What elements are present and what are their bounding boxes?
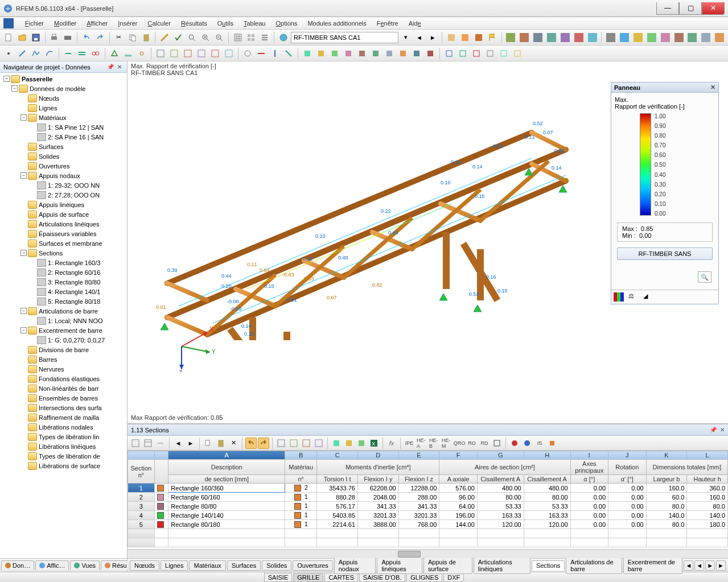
- tree-leaf[interactable]: 1: Rectangle 160/3: [1, 258, 127, 267]
- tb2-icon-s[interactable]: [410, 47, 423, 60]
- tree-leaf[interactable]: 3: Rectangle 80/80: [1, 277, 127, 287]
- tb2-icon-z[interactable]: [511, 47, 524, 60]
- mod-icon-8[interactable]: [604, 31, 617, 44]
- table-row[interactable]: 1Rectangle 160/360 235433.7662208.001228…: [128, 484, 728, 493]
- status-toggle[interactable]: DXF: [443, 573, 464, 582]
- member-set-icon[interactable]: [76, 47, 88, 60]
- tree-leaf[interactable]: Non-linéarités de barr: [1, 383, 127, 393]
- print-icon[interactable]: [48, 31, 61, 44]
- tree-leaf[interactable]: Types de libération de: [1, 451, 127, 461]
- check-icon[interactable]: [172, 31, 184, 44]
- sec-tb-section-5[interactable]: QRO: [454, 437, 465, 449]
- sec-tb-mat-3[interactable]: IS: [534, 437, 545, 449]
- data-tab[interactable]: Nœuds: [130, 560, 159, 571]
- tree-leaf[interactable]: Épaisseurs variables: [1, 229, 127, 238]
- data-tab[interactable]: Appuis linéiques: [377, 557, 422, 574]
- tree-leaf[interactable]: Surfaces et membrane: [1, 238, 127, 248]
- tb2-icon-a[interactable]: [154, 47, 167, 60]
- tree-leaf[interactable]: 2: SA Pine 16 | SAN: [1, 132, 127, 142]
- data-tab[interactable]: Ouvertures: [293, 560, 332, 571]
- redo-icon[interactable]: [94, 31, 106, 44]
- sec-tb-section-3[interactable]: HE-B: [429, 437, 440, 449]
- result-case-select[interactable]: [291, 32, 398, 43]
- menu-aide[interactable]: Aide: [404, 19, 426, 28]
- tree-leaf[interactable]: Libérations de surface: [1, 461, 127, 470]
- tb2-icon-j[interactable]: [282, 47, 295, 60]
- table-row[interactable]: 4Rectangle 140/140 15403.853201.333201.3…: [128, 511, 728, 520]
- mod-icon-13[interactable]: [673, 31, 685, 44]
- mod-icon-3[interactable]: [532, 31, 544, 44]
- mod-icon-7[interactable]: [586, 31, 599, 44]
- tab-nav-icon[interactable]: ►: [705, 560, 715, 571]
- sec-tb-delete[interactable]: ✕: [228, 437, 239, 449]
- sec-tb-fx-icon[interactable]: fx: [386, 437, 397, 449]
- line-tool-icon[interactable]: [16, 47, 28, 60]
- menu-inserer[interactable]: Insérer: [113, 19, 142, 28]
- mod-icon-1[interactable]: [505, 31, 517, 44]
- tb2-icon-w[interactable]: [470, 47, 483, 60]
- data-tab[interactable]: Surfaces: [227, 560, 261, 571]
- tree-leaf[interactable]: Fondations élastiques: [1, 374, 127, 383]
- polyline-tool-icon[interactable]: [30, 47, 42, 60]
- data-tab[interactable]: Excentrement de barre: [623, 557, 683, 574]
- save-icon[interactable]: [30, 31, 42, 44]
- tree-leaf[interactable]: 5: Rectangle 80/18: [1, 296, 127, 306]
- model-viewport[interactable]: Max. Rapport de vérification [-] RF-TIMB…: [127, 61, 728, 424]
- panel-zoom-icon[interactable]: 🔍: [698, 271, 711, 283]
- sec-tb-section-6[interactable]: RO: [466, 437, 478, 449]
- tb2-icon-v[interactable]: [456, 47, 469, 60]
- tree-folder[interactable]: −Données de modèle: [1, 84, 127, 93]
- tree-leaf[interactable]: Divisions de barre: [1, 345, 127, 354]
- mod-icon-2[interactable]: [518, 31, 530, 44]
- tree-leaf[interactable]: Lignes: [1, 103, 127, 113]
- navigator-tab[interactable]: Vues: [70, 560, 100, 570]
- prev-case-icon[interactable]: ◄: [413, 31, 425, 44]
- grid-icon[interactable]: [245, 31, 258, 44]
- data-tab[interactable]: Matériaux: [189, 560, 225, 571]
- tree-folder[interactable]: −Excentrement de barre: [1, 325, 127, 335]
- sec-tb-next[interactable]: ►: [185, 437, 196, 449]
- tb2-icon-n[interactable]: [342, 47, 355, 60]
- tb2-icon-h[interactable]: [255, 47, 268, 60]
- mod-icon-6[interactable]: [573, 31, 585, 44]
- mod-icon-12[interactable]: [659, 31, 672, 44]
- sec-tb-excel-icon[interactable]: X: [368, 437, 380, 449]
- sec-tb-prev[interactable]: ◄: [172, 437, 184, 449]
- panel-module-button[interactable]: RF-TIMBER SANS: [617, 247, 713, 260]
- sec-tb-c[interactable]: [301, 437, 312, 449]
- sections-hscroll[interactable]: [127, 549, 728, 558]
- tree-leaf[interactable]: Barres: [1, 354, 127, 364]
- sec-tb-redo[interactable]: [258, 437, 269, 449]
- tree-leaf[interactable]: Types de libération lin: [1, 432, 127, 441]
- tab-nav-icon[interactable]: ◄: [684, 560, 693, 571]
- sec-tb-undo[interactable]: [245, 437, 257, 449]
- search-icon[interactable]: [186, 31, 198, 44]
- support-icon[interactable]: [108, 47, 121, 60]
- sec-tb-section-8[interactable]: [491, 437, 503, 449]
- data-tab[interactable]: Sections: [532, 560, 565, 571]
- panel-tab-color-icon[interactable]: [614, 292, 624, 302]
- arc-tool-icon[interactable]: [43, 47, 56, 60]
- tb2-icon-t[interactable]: [424, 47, 437, 60]
- tree-leaf[interactable]: Libérations nodales: [1, 422, 127, 432]
- data-tab[interactable]: Appuis de surface: [423, 557, 472, 574]
- tree-leaf[interactable]: Appuis de surface: [1, 209, 127, 219]
- mod-icon-10[interactable]: [632, 31, 644, 44]
- tb2-icon-q[interactable]: [383, 47, 396, 60]
- sec-tb-a[interactable]: [275, 437, 287, 449]
- mod-icon-14[interactable]: [686, 31, 699, 44]
- coupling-icon[interactable]: [89, 47, 102, 60]
- navigator-tab[interactable]: Affic…: [35, 560, 69, 570]
- tree-leaf[interactable]: 1: SA Pine 12 | SAN: [1, 122, 127, 132]
- sec-tb-1[interactable]: [130, 437, 141, 449]
- menu-tableau[interactable]: Tableau: [239, 19, 270, 28]
- sec-tb-section-7[interactable]: RD: [479, 437, 490, 449]
- sec-tb-mat-4[interactable]: [546, 437, 558, 449]
- tree-leaf[interactable]: 4: Rectangle 140/1: [1, 287, 127, 296]
- point-tool-icon[interactable]: [2, 47, 15, 60]
- menu-resultats[interactable]: Résultats: [176, 19, 212, 28]
- sec-tb-paste[interactable]: [215, 437, 227, 449]
- sec-tb-section-4[interactable]: HE-M: [441, 437, 453, 449]
- line-support-icon[interactable]: [122, 47, 134, 60]
- tb2-icon-r[interactable]: [397, 47, 409, 60]
